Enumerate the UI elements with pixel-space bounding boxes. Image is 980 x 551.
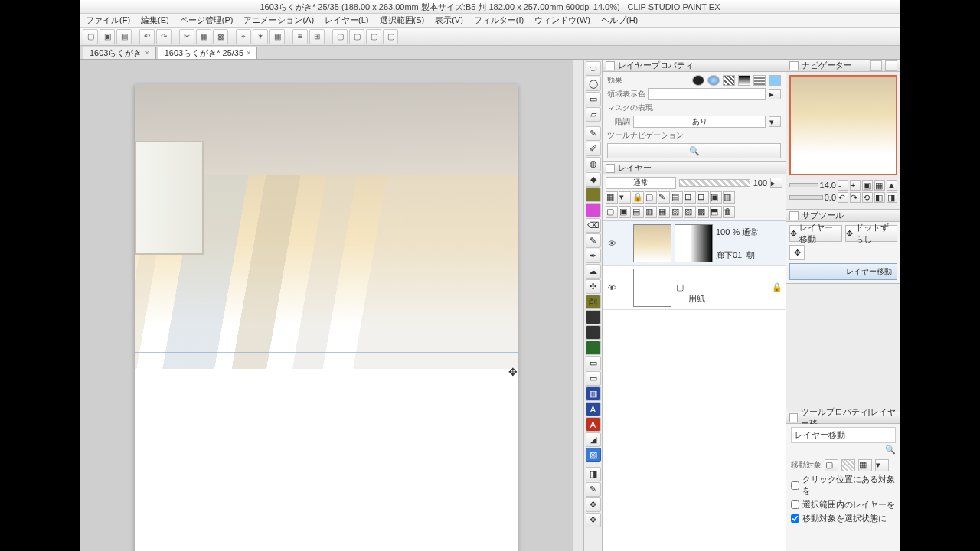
fx-btn6[interactable] xyxy=(769,75,781,86)
lyr-btn[interactable]: ▧ xyxy=(671,206,683,218)
tool-text-icon[interactable]: A xyxy=(586,402,601,416)
layer-mask-thumb[interactable] xyxy=(675,224,713,262)
tb-copy-icon[interactable]: ▦ xyxy=(196,29,211,44)
menu-select[interactable]: 選択範囲(S) xyxy=(380,15,425,26)
tb-ruler-icon[interactable]: ≡ xyxy=(292,29,308,44)
menu-page[interactable]: ページ管理(P) xyxy=(180,15,234,26)
navigator-tab[interactable]: ナビゲーター xyxy=(786,60,900,72)
tool-sw-green[interactable] xyxy=(586,341,601,355)
layer-row[interactable]: 👁 ▢ 用紙 🔒 xyxy=(603,266,786,310)
lyr-btn[interactable]: ▤ xyxy=(632,206,644,218)
menu-edit[interactable]: 編集(E) xyxy=(141,15,169,26)
chk-click-pos[interactable]: クリック位置にある対象を xyxy=(791,474,896,497)
opacity-slider[interactable] xyxy=(679,179,750,187)
tb-opt1-icon[interactable]: ▢ xyxy=(332,29,348,44)
layers-tab[interactable]: レイヤー xyxy=(603,162,786,174)
lyr-btn[interactable]: ⊟ xyxy=(697,191,709,204)
subtool-icon[interactable]: ✥ xyxy=(789,245,805,260)
tab-close-icon[interactable]: × xyxy=(145,47,149,59)
tool-grad-icon[interactable]: ◢ xyxy=(586,432,601,447)
lyr-btn[interactable]: ▦ xyxy=(606,191,618,204)
tb-opt2-icon[interactable]: ▢ xyxy=(349,29,364,44)
subtool-move-button[interactable]: ✥レイヤー移動 xyxy=(789,225,842,242)
tb-new-icon[interactable]: ▢ xyxy=(83,29,98,44)
region-color-field[interactable] xyxy=(648,88,766,100)
layer-thumb[interactable] xyxy=(633,224,671,262)
dropdown-icon[interactable]: ▾ xyxy=(769,116,781,127)
new-layer-icon[interactable]: ▢ xyxy=(606,206,618,218)
flip-icon[interactable]: ▲ xyxy=(887,180,897,191)
lyr-btn[interactable]: ▥ xyxy=(645,206,657,218)
toolnav-button[interactable]: 🔍 xyxy=(607,143,781,158)
menu-bar[interactable]: ファイル(F) 編集(E) ページ管理(P) アニメーション(A) レイヤー(L… xyxy=(80,14,900,28)
tb-save-icon[interactable]: ▤ xyxy=(116,29,132,44)
layerprop-tab[interactable]: レイヤープロパティ xyxy=(603,60,786,72)
lyr-btn[interactable]: ▨ xyxy=(684,206,696,218)
menu-layer[interactable]: レイヤー(L) xyxy=(325,15,368,26)
tool-dip-icon[interactable]: ✒ xyxy=(586,249,601,263)
tb-undo-icon[interactable]: ↶ xyxy=(139,29,155,44)
fx-btn5[interactable] xyxy=(753,75,766,86)
tool-fill-icon[interactable]: ◍ xyxy=(586,157,601,171)
tool-rect-icon[interactable]: ▭ xyxy=(586,92,601,106)
tool-frame-icon[interactable]: ▭ xyxy=(586,356,601,370)
canvas-scrollbar[interactable] xyxy=(573,60,583,551)
visibility-icon[interactable]: 👁 xyxy=(606,283,618,292)
tab-close-icon[interactable]: × xyxy=(247,47,250,59)
tb-ruler2-icon[interactable]: ⊞ xyxy=(309,29,325,44)
opacity-step-icon[interactable]: ▸ xyxy=(770,178,782,188)
tool-op2-icon[interactable]: ✎ xyxy=(586,482,601,497)
tool-grid-icon[interactable]: ▥ xyxy=(586,386,601,401)
mirror-icon[interactable]: ◧ xyxy=(874,192,885,203)
subtool-dot-button[interactable]: ✥ドットずらし xyxy=(845,225,898,242)
zoom-slider[interactable] xyxy=(789,183,818,187)
navigator-preview[interactable] xyxy=(789,75,897,175)
lyr-btn[interactable]: ▩ xyxy=(697,206,709,218)
lyr-btn[interactable]: ✎ xyxy=(658,191,670,204)
tb-grid-icon[interactable]: ▦ xyxy=(270,29,285,44)
zoom-in-icon[interactable]: + xyxy=(850,180,861,191)
subtool-tab[interactable]: サブツール xyxy=(786,210,900,222)
toolprop-tab[interactable]: ツールプロパティ[レイヤー移 xyxy=(786,412,900,424)
lock-icon[interactable]: 🔒 xyxy=(632,191,644,204)
menu-window[interactable]: ウィンドウ(W) xyxy=(534,15,590,26)
tool-scrape-icon[interactable]: 削 xyxy=(586,295,601,309)
new-folder-icon[interactable]: ▣ xyxy=(619,206,631,218)
tool-swatch2-icon[interactable] xyxy=(586,203,601,217)
merge-icon[interactable]: ⬒ xyxy=(710,206,722,218)
rot-l-icon[interactable]: ↶ xyxy=(838,192,848,203)
tool-pen-icon[interactable]: ✎ xyxy=(586,126,601,141)
menu-help[interactable]: ヘルプ(H) xyxy=(601,15,638,26)
tool-shape-icon[interactable]: ◆ xyxy=(586,172,601,187)
tool-hand-icon[interactable]: ✥ xyxy=(586,497,601,512)
fit2-icon[interactable]: ▦ xyxy=(874,180,885,191)
region-pick-icon[interactable]: ▸ xyxy=(769,89,781,99)
layer-thumb[interactable] xyxy=(633,269,671,307)
tool-text2-icon[interactable]: A xyxy=(586,417,601,432)
target-opt1[interactable]: ▢ xyxy=(825,459,838,471)
tool-move-icon[interactable]: ▨ xyxy=(586,448,601,462)
zoom-out-icon[interactable]: - xyxy=(838,180,848,191)
tool-frame2-icon[interactable]: ▭ xyxy=(586,371,601,386)
tool-poly-icon[interactable]: ▱ xyxy=(586,107,601,122)
subtool-selected[interactable]: レイヤー移動 xyxy=(789,263,897,280)
fx-btn1[interactable] xyxy=(692,75,704,86)
fit-icon[interactable]: ▣ xyxy=(862,180,873,191)
fx-btn4[interactable] xyxy=(738,75,750,86)
rotate-slider[interactable] xyxy=(789,195,823,200)
tool-brush-icon[interactable]: ✎ xyxy=(586,233,601,248)
tool-erase-icon[interactable]: ⌫ xyxy=(586,218,601,233)
menu-view[interactable]: 表示(V) xyxy=(435,15,463,26)
tool-swatch1-icon[interactable] xyxy=(586,187,601,202)
panel-opt-icon[interactable] xyxy=(870,60,882,71)
target-opt3[interactable]: ▦ xyxy=(858,459,872,471)
lyr-btn[interactable]: ▥ xyxy=(723,191,735,204)
rot-reset-icon[interactable]: ⟲ xyxy=(862,192,873,203)
tool-deco-icon[interactable]: ✣ xyxy=(586,279,601,294)
canvas[interactable] xyxy=(135,84,518,551)
rot-r-icon[interactable]: ↷ xyxy=(850,192,861,203)
blend-mode-select[interactable]: 通常 xyxy=(606,177,676,189)
doc-tab-1[interactable]: 1603らくがき × xyxy=(83,47,156,59)
canvas-area[interactable]: ✥ xyxy=(80,60,573,551)
fx-btn2[interactable] xyxy=(707,75,720,86)
